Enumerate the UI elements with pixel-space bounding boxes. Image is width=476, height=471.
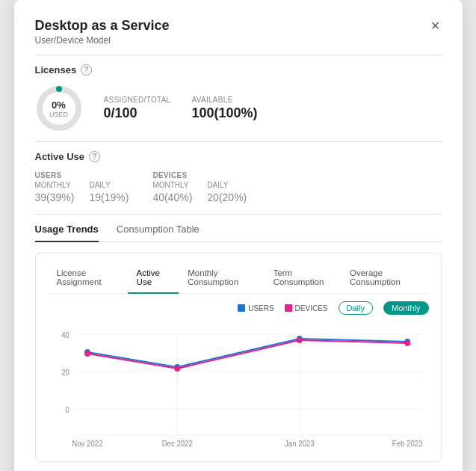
legend-users-dot <box>238 304 245 312</box>
donut-label: 0% USED <box>49 99 68 118</box>
users-monthly-value: 39(39%) <box>35 189 75 205</box>
available-label: AVAILABLE <box>191 96 257 104</box>
devices-sub-row: MONTHLY 40(40%) DAILY 20(20%) <box>152 181 247 205</box>
active-use-help-icon[interactable]: ? <box>89 151 100 162</box>
tab-usage-trends[interactable]: Usage Trends <box>35 224 99 242</box>
users-sub-row: MONTHLY 39(39%) DAILY 19(19%) <box>35 181 129 205</box>
available-value: 100(100%) <box>191 105 257 121</box>
svg-point-21 <box>296 337 302 343</box>
main-tabs-row: Usage Trends Consumption Table <box>35 224 442 242</box>
devices-daily-value: 20(20%) <box>207 189 247 205</box>
chart-svg: 0 20 40 Nov 2022 Dec 2022 Jan 2023 Feb 2… <box>48 319 429 454</box>
close-button[interactable]: × <box>430 18 442 33</box>
legend-devices: DEVICES <box>285 304 328 313</box>
header-divider <box>35 55 442 55</box>
users-daily-value: 19(19%) <box>89 189 129 205</box>
legend-users: USERS <box>238 304 273 313</box>
monthly-toggle-button[interactable]: Monthly <box>383 301 429 315</box>
devices-daily-label: DAILY <box>207 181 247 189</box>
users-daily-stat: DAILY 19(19%) <box>89 181 129 205</box>
devices-group-label: DEVICES <box>152 171 247 179</box>
chart-tab-active-use[interactable]: Active Use <box>128 265 179 294</box>
chart-tabs: License Assignment Active Use Monthly Co… <box>48 265 429 294</box>
assigned-stat: ASSIGNED/TOTAL 0/100 <box>104 96 171 121</box>
tab-consumption-table[interactable]: Consumption Table <box>117 224 200 242</box>
licenses-divider <box>35 141 442 142</box>
svg-point-22 <box>404 340 410 346</box>
svg-point-20 <box>174 366 180 372</box>
daily-toggle-button[interactable]: Daily <box>339 301 373 315</box>
chart-tab-license-assignment[interactable]: License Assignment <box>48 265 128 294</box>
donut-chart: 0% USED <box>35 84 83 132</box>
svg-text:Jan 2023: Jan 2023 <box>285 440 315 448</box>
modal-title-group: Desktop as a Service User/Device Model <box>35 18 170 46</box>
devices-daily-stat: DAILY 20(20%) <box>207 181 247 205</box>
chart-legend: USERS DEVICES Daily Monthly <box>48 301 429 315</box>
svg-point-19 <box>84 351 90 357</box>
users-group-label: USERS <box>35 171 129 179</box>
svg-text:Dec 2022: Dec 2022 <box>161 440 192 448</box>
users-monthly-stat: MONTHLY 39(39%) <box>35 181 75 205</box>
devices-monthly-label: MONTHLY <box>152 181 192 189</box>
chart-container: License Assignment Active Use Monthly Co… <box>35 253 442 462</box>
modal: Desktop as a Service User/Device Model ×… <box>14 0 463 471</box>
donut-percent: 0% <box>49 99 68 111</box>
devices-monthly-stat: MONTHLY 40(40%) <box>152 181 192 205</box>
users-daily-label: DAILY <box>89 181 129 189</box>
svg-text:Nov 2022: Nov 2022 <box>72 440 102 448</box>
legend-devices-dot <box>285 304 292 312</box>
modal-title: Desktop as a Service <box>35 18 170 34</box>
licenses-section-label: Licenses ? <box>35 64 442 76</box>
active-use-section-label: Active Use ? <box>35 151 442 162</box>
chart-tab-term-consumption[interactable]: Term Consumption <box>265 265 341 294</box>
assigned-label: ASSIGNED/TOTAL <box>104 96 171 104</box>
users-monthly-label: MONTHLY <box>35 181 75 189</box>
legend-users-label: USERS <box>248 304 273 313</box>
legend-devices-label: DEVICES <box>295 304 328 313</box>
users-group: USERS MONTHLY 39(39%) DAILY 19(19%) <box>35 171 129 205</box>
available-stat: AVAILABLE 100(100%) <box>191 96 257 121</box>
modal-subtitle: User/Device Model <box>35 35 170 46</box>
active-use-divider <box>35 214 442 215</box>
chart-tab-overage-consumption[interactable]: Overage Consumption <box>341 265 428 294</box>
svg-text:Feb 2023: Feb 2023 <box>392 440 422 448</box>
svg-text:40: 40 <box>61 331 69 339</box>
licenses-row: 0% USED ASSIGNED/TOTAL 0/100 AVAILABLE 1… <box>35 84 442 132</box>
devices-monthly-value: 40(40%) <box>152 189 192 205</box>
devices-group: DEVICES MONTHLY 40(40%) DAILY 20(20%) <box>152 171 247 205</box>
assigned-value: 0/100 <box>104 105 171 121</box>
modal-header: Desktop as a Service User/Device Model × <box>35 18 442 46</box>
svg-text:20: 20 <box>61 369 69 377</box>
active-use-row: USERS MONTHLY 39(39%) DAILY 19(19%) DEVI… <box>35 171 442 205</box>
chart-area: 0 20 40 Nov 2022 Dec 2022 Jan 2023 Feb 2… <box>48 319 429 454</box>
svg-text:0: 0 <box>65 406 69 414</box>
chart-tab-monthly-consumption[interactable]: Monthly Consumption <box>179 265 264 294</box>
donut-used: USED <box>49 111 68 118</box>
licenses-help-icon[interactable]: ? <box>81 64 92 76</box>
